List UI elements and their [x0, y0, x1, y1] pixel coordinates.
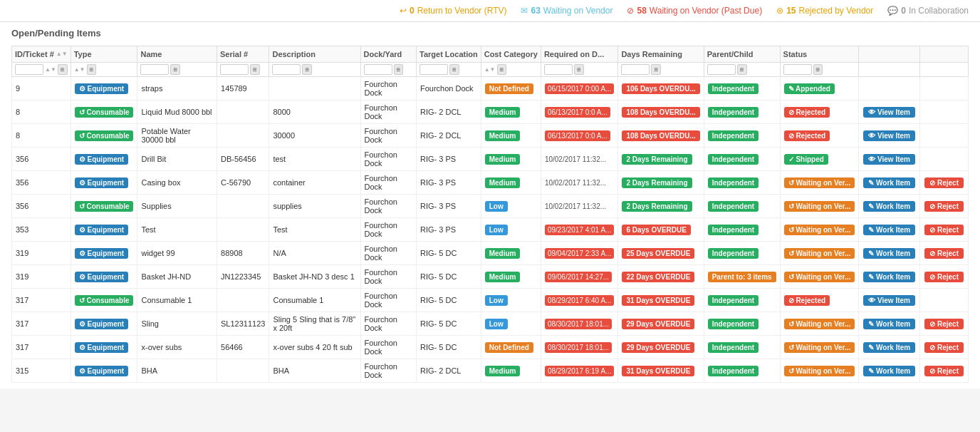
cell-target: RIG- 5 DC: [417, 336, 481, 359]
cell-description: N/A: [269, 242, 360, 265]
cell-id: 356: [12, 148, 71, 171]
filter-days-input[interactable]: [621, 64, 650, 75]
filter-required-btn[interactable]: ≡: [574, 64, 584, 75]
work-item-button[interactable]: ✎ Work Item: [863, 319, 915, 329]
work-item-button[interactable]: ✎ Work Item: [863, 225, 915, 235]
filter-desc-input[interactable]: [272, 64, 301, 75]
view-item-button[interactable]: 👁 View Item: [863, 107, 915, 118]
filter-name-input[interactable]: [140, 64, 169, 75]
view-item-button[interactable]: 👁 View Item: [863, 130, 915, 141]
filter-dock-btn[interactable]: ≡: [394, 64, 404, 75]
table-row: 9⚙ Equipmentstraps145789Fourchon DockFou…: [12, 77, 969, 101]
reject-button[interactable]: ⊘ Reject: [924, 178, 964, 188]
filter-type-btn[interactable]: ≡: [87, 64, 97, 75]
reject-button[interactable]: ⊘ Reject: [924, 342, 964, 353]
reject-button[interactable]: ⊘ Reject: [924, 201, 964, 212]
filter-cost-sort[interactable]: ▲▼: [484, 67, 496, 73]
work-item-button[interactable]: ✎ Work Item: [863, 248, 915, 259]
cell-action2: ⊘ Reject: [920, 265, 969, 289]
work-item-button[interactable]: ✎ Work Item: [863, 366, 915, 376]
cell-dock: Fourchon Dock: [360, 77, 417, 101]
cell-action1: 👁 View Item: [859, 124, 920, 148]
waiting-item[interactable]: ✉ 63 Waiting on Vendor: [521, 6, 612, 16]
cell-action2: [920, 101, 969, 124]
cell-id: 317: [12, 312, 71, 336]
cell-action1: ✎ Work Item: [859, 242, 920, 265]
cell-type: ⚙ Equipment: [71, 265, 137, 289]
work-item-button[interactable]: ✎ Work Item: [863, 201, 915, 212]
filter-dock-input[interactable]: [364, 64, 392, 75]
col-serial: Serial #: [217, 46, 269, 63]
reject-button[interactable]: ⊘ Reject: [924, 366, 964, 376]
cell-action1: 👁 View Item: [859, 148, 920, 171]
rejected-item[interactable]: ⊛ 15 Rejected by Vendor: [776, 6, 873, 16]
pastdue-item[interactable]: ⊘ 58 Waiting on Vendor (Past Due): [627, 6, 762, 16]
collab-item[interactable]: 💬 0 In Collaboration: [887, 6, 969, 16]
cell-type: ⚙ Equipment: [71, 242, 137, 265]
desc-value: Sling 5 Sling that is 7/8" x 20ft: [273, 315, 355, 332]
target-value: RIG- 5 DC: [420, 319, 457, 328]
reject-button[interactable]: ⊘ Reject: [924, 248, 964, 259]
filter-type-sort[interactable]: ▲▼: [74, 67, 85, 73]
days-badge: 108 Days OVERDU...: [622, 107, 699, 118]
filter-days-btn[interactable]: ≡: [651, 64, 661, 75]
id-value: 353: [16, 225, 28, 234]
filter-status-input[interactable]: [783, 64, 812, 75]
filter-target-input[interactable]: [419, 64, 448, 75]
cell-action2: ⊘ Reject: [920, 359, 969, 383]
pastdue-label: Waiting on Vendor (Past Due): [650, 6, 762, 16]
col-actions1: [859, 46, 920, 63]
required-value: 08/29/2017 6:40 A...: [545, 295, 615, 306]
table-row: 317⚙ EquipmentSlingSL12311123Sling 5 Sli…: [12, 312, 969, 336]
filter-desc-btn[interactable]: ≡: [302, 64, 312, 75]
reject-button[interactable]: ⊘ Reject: [924, 272, 964, 282]
filter-parent-btn[interactable]: ≡: [737, 64, 747, 75]
cell-type: ↺ Consumable: [71, 101, 137, 124]
cell-name: widget 99: [137, 242, 217, 265]
filter-parent-input[interactable]: [707, 64, 736, 75]
days-badge: 31 Days OVERDUE: [622, 366, 694, 376]
work-item-button[interactable]: ✎ Work Item: [863, 178, 915, 188]
status-badge: ⊘ Rejected: [784, 107, 830, 118]
filter-cost-btn[interactable]: ≡: [497, 64, 507, 75]
cell-parent: Independent: [704, 171, 780, 195]
desc-value: Consumable 1: [273, 296, 323, 304]
dock-value: Fourchon Dock: [365, 339, 397, 356]
filter-status-btn[interactable]: ≡: [813, 64, 823, 75]
cell-dock: Fourchon Dock: [360, 195, 417, 218]
reject-button[interactable]: ⊘ Reject: [924, 319, 964, 329]
cell-cost: Not Defined: [481, 336, 541, 359]
cell-type: ⚙ Equipment: [71, 148, 137, 171]
cell-required: 09/04/2017 2:33 A...: [541, 242, 618, 265]
work-item-button[interactable]: ✎ Work Item: [863, 272, 915, 282]
target-value: RIG- 5 DC: [420, 272, 457, 281]
filter-id-sort[interactable]: ▲▼: [45, 67, 56, 73]
cell-cost: Low: [481, 218, 541, 242]
view-item-button[interactable]: 👁 View Item: [863, 295, 915, 306]
view-item-button[interactable]: 👁 View Item: [863, 154, 915, 165]
cell-status: ↺ Waiting on Ver...: [780, 336, 859, 359]
sort-id-icon[interactable]: ▲▼: [56, 51, 68, 57]
filter-id-btn[interactable]: ≡: [58, 64, 68, 75]
required-value: 10/02/2017 11:32...: [545, 179, 606, 187]
col-parent: Parent/Child: [704, 46, 780, 63]
dock-value: Fourchon Dock: [365, 174, 397, 191]
rejected-count: 15: [786, 6, 796, 16]
filter-serial-input[interactable]: [220, 64, 249, 75]
filter-target-btn[interactable]: ≡: [449, 64, 459, 75]
cell-required: 09/23/2017 4:01 A...: [541, 218, 618, 242]
filter-id-input[interactable]: [15, 64, 43, 75]
rtv-item[interactable]: ↩ 0 Return to Vendor (RTV): [400, 6, 507, 16]
cell-description: Sling 5 Sling that is 7/8" x 20ft: [269, 312, 360, 336]
type-badge: ↺ Consumable: [75, 201, 134, 212]
cell-target: RIG- 2 DCL: [417, 359, 481, 383]
cell-action1: ✎ Work Item: [859, 171, 920, 195]
filter-serial-btn[interactable]: ≡: [250, 64, 260, 75]
work-item-button[interactable]: ✎ Work Item: [863, 342, 915, 353]
filter-name-btn[interactable]: ≡: [170, 64, 180, 75]
filter-required-input[interactable]: [544, 64, 573, 75]
reject-button[interactable]: ⊘ Reject: [924, 225, 964, 235]
cell-serial: DB-56456: [217, 148, 269, 171]
waiting-label: Waiting on Vendor: [543, 6, 613, 16]
cell-description: x-over subs 4 20 ft sub: [269, 336, 360, 359]
